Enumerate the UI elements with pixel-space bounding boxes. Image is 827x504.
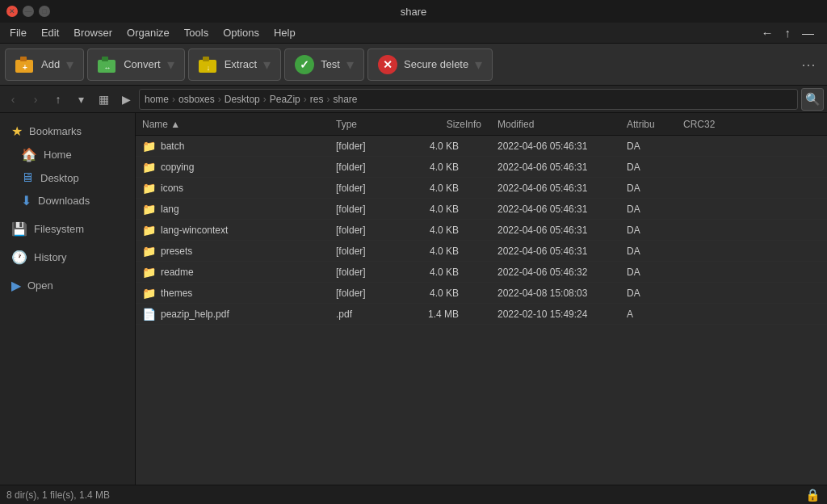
menu-browser[interactable]: Browser bbox=[67, 25, 119, 40]
col-header-size[interactable]: Size bbox=[401, 119, 465, 130]
file-name: 📁 themes bbox=[142, 287, 336, 300]
extract-dropdown[interactable]: ▾ bbox=[262, 56, 272, 74]
add-dropdown[interactable]: ▾ bbox=[65, 56, 75, 74]
menu-file[interactable]: File bbox=[3, 25, 33, 40]
col-header-name[interactable]: Name ▲ bbox=[142, 119, 336, 130]
nav-back-arrow[interactable]: ← bbox=[758, 26, 777, 40]
folder-icon: 📁 bbox=[142, 266, 156, 279]
list-view-button[interactable]: ▶ bbox=[116, 90, 136, 109]
menu-tools[interactable]: Tools bbox=[178, 25, 215, 40]
test-icon: ✓ bbox=[293, 53, 316, 76]
col-header-attrib[interactable]: Attribu bbox=[627, 119, 683, 130]
folder-icon: 📁 bbox=[142, 161, 156, 174]
table-row[interactable]: 📁 readme [folder] 4.0 KB 2022-04-06 05:4… bbox=[136, 262, 827, 283]
convert-dropdown[interactable]: ▾ bbox=[166, 56, 176, 74]
file-type: [folder] bbox=[336, 246, 401, 257]
sidebar-bookmarks[interactable]: ★ Bookmarks bbox=[3, 120, 132, 143]
test-dropdown[interactable]: ▾ bbox=[345, 56, 355, 74]
maximize-button[interactable]: □ bbox=[39, 6, 50, 17]
file-modified: 2022-02-10 15:49:24 bbox=[497, 309, 627, 320]
menu-edit[interactable]: Edit bbox=[35, 25, 65, 40]
menu-organize[interactable]: Organize bbox=[120, 25, 176, 40]
col-header-modified[interactable]: Modified bbox=[497, 119, 627, 130]
sidebar-item-downloads[interactable]: ⬇ Downloads bbox=[3, 189, 132, 212]
convert-label: Convert bbox=[124, 58, 161, 70]
back-button[interactable]: ‹ bbox=[3, 90, 23, 109]
file-modified: 2022-04-06 05:46:31 bbox=[497, 183, 627, 194]
svg-text:+: + bbox=[23, 63, 27, 72]
file-size: 1.4 MB bbox=[401, 309, 465, 320]
breadcrumb-desktop[interactable]: Desktop bbox=[225, 94, 260, 105]
file-attrib: DA bbox=[627, 183, 683, 194]
more-options-button[interactable]: ⋯ bbox=[795, 56, 822, 74]
file-name: 📁 batch bbox=[142, 140, 336, 153]
grid-view-button[interactable]: ▦ bbox=[94, 90, 113, 109]
sidebar-open[interactable]: ▶ Open bbox=[3, 274, 132, 297]
main-content: ★ Bookmarks 🏠 Home 🖥 Desktop ⬇ Downloads… bbox=[0, 113, 827, 485]
breadcrumb-sep-4: › bbox=[300, 94, 310, 105]
window-title: share bbox=[401, 6, 427, 18]
extract-button[interactable]: ↓ Extract ▾ bbox=[188, 48, 281, 81]
sidebar-history[interactable]: 🕐 History bbox=[3, 246, 132, 269]
downloads-icon: ⬇ bbox=[21, 193, 31, 208]
addressbar: ‹ › ↑ ▾ ▦ ▶ home › osboxes › Desktop › P… bbox=[0, 86, 827, 113]
file-rows-container: 📁 batch [folder] 4.0 KB 2022-04-06 05:46… bbox=[136, 136, 827, 325]
file-type: [folder] bbox=[336, 141, 401, 152]
file-attrib: A bbox=[627, 309, 683, 320]
secure-delete-button[interactable]: ✕ Secure delete ▾ bbox=[367, 48, 493, 81]
file-size: 4.0 KB bbox=[401, 162, 465, 173]
col-header-type[interactable]: Type bbox=[336, 119, 401, 130]
table-row[interactable]: 📁 batch [folder] 4.0 KB 2022-04-06 05:46… bbox=[136, 136, 827, 157]
file-type: [folder] bbox=[336, 225, 401, 236]
breadcrumb[interactable]: home › osboxes › Desktop › PeaZip › res … bbox=[139, 89, 798, 110]
col-header-info[interactable]: Info bbox=[465, 119, 497, 130]
sidebar-filesystem[interactable]: 💾 Filesystem bbox=[3, 217, 132, 241]
nav-forward-arrow[interactable]: ↑ bbox=[782, 26, 795, 40]
sidebar: ★ Bookmarks 🏠 Home 🖥 Desktop ⬇ Downloads… bbox=[0, 113, 136, 485]
table-row[interactable]: 📁 icons [folder] 4.0 KB 2022-04-06 05:46… bbox=[136, 178, 827, 199]
breadcrumb-home[interactable]: home bbox=[145, 94, 169, 105]
search-button[interactable]: 🔍 bbox=[801, 88, 824, 111]
file-modified: 2022-04-06 05:46:31 bbox=[497, 225, 627, 236]
close-button[interactable]: ✕ bbox=[6, 6, 18, 17]
menu-options[interactable]: Options bbox=[216, 25, 266, 40]
filesystem-label: Filesystem bbox=[34, 223, 84, 235]
file-name: 📁 icons bbox=[142, 182, 336, 195]
col-header-crc32[interactable]: CRC32 bbox=[683, 119, 740, 130]
table-row[interactable]: 📁 themes [folder] 4.0 KB 2022-04-08 15:0… bbox=[136, 283, 827, 304]
up-button[interactable]: ↑ bbox=[48, 90, 68, 109]
filelist: Name ▲ Type Size Info Modified Attribu C… bbox=[136, 113, 827, 485]
file-size: 4.0 KB bbox=[401, 204, 465, 215]
breadcrumb-osboxes[interactable]: osboxes bbox=[178, 94, 215, 105]
file-type: .pdf bbox=[336, 309, 401, 320]
file-type: [folder] bbox=[336, 267, 401, 278]
convert-button[interactable]: ↔ Convert ▾ bbox=[87, 48, 185, 81]
file-modified: 2022-04-06 05:46:31 bbox=[497, 162, 627, 173]
dropdown-button[interactable]: ▾ bbox=[71, 90, 90, 109]
table-row[interactable]: 📄 peazip_help.pdf .pdf 1.4 MB 2022-02-10… bbox=[136, 304, 827, 325]
table-row[interactable]: 📁 lang [folder] 4.0 KB 2022-04-06 05:46:… bbox=[136, 199, 827, 220]
file-attrib: DA bbox=[627, 246, 683, 257]
sidebar-item-desktop[interactable]: 🖥 Desktop bbox=[3, 166, 132, 189]
folder-icon: 📁 bbox=[142, 140, 156, 153]
table-row[interactable]: 📁 presets [folder] 4.0 KB 2022-04-06 05:… bbox=[136, 241, 827, 262]
filelist-header: Name ▲ Type Size Info Modified Attribu C… bbox=[136, 113, 827, 136]
secure-delete-dropdown[interactable]: ▾ bbox=[473, 56, 484, 74]
table-row[interactable]: 📁 lang-wincontext [folder] 4.0 KB 2022-0… bbox=[136, 220, 827, 241]
minimize-button[interactable]: — bbox=[23, 6, 34, 17]
add-button[interactable]: + Add ▾ bbox=[5, 48, 84, 81]
forward-button[interactable]: › bbox=[26, 90, 45, 109]
menu-help[interactable]: Help bbox=[267, 25, 302, 40]
nav-up-arrow[interactable]: — bbox=[799, 26, 817, 40]
sidebar-item-home[interactable]: 🏠 Home bbox=[3, 143, 132, 166]
breadcrumb-peazip[interactable]: PeaZip bbox=[270, 94, 300, 105]
file-name: 📁 readme bbox=[142, 266, 336, 279]
test-button[interactable]: ✓ Test ▾ bbox=[284, 48, 364, 81]
breadcrumb-share[interactable]: share bbox=[333, 94, 357, 105]
file-name: 📁 lang-wincontext bbox=[142, 224, 336, 237]
table-row[interactable]: 📁 copying [folder] 4.0 KB 2022-04-06 05:… bbox=[136, 157, 827, 178]
breadcrumb-res[interactable]: res bbox=[310, 94, 324, 105]
folder-icon: 📁 bbox=[142, 287, 156, 300]
home-icon: 🏠 bbox=[21, 147, 37, 162]
file-modified: 2022-04-08 15:08:03 bbox=[497, 288, 627, 299]
